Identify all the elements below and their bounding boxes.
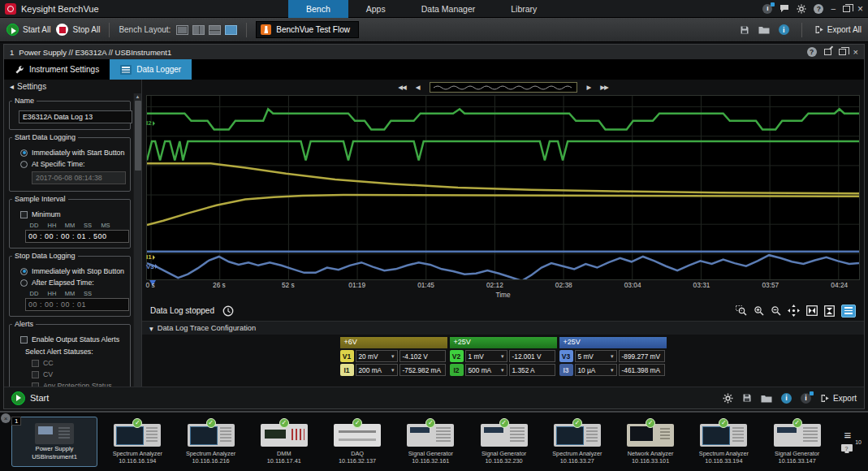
tab-instrument-settings[interactable]: Instrument Settings xyxy=(4,59,110,80)
minimize-icon[interactable]: – xyxy=(831,4,836,13)
save-icon[interactable] xyxy=(740,25,749,35)
tab-data-manager[interactable]: Data Manager xyxy=(404,0,494,18)
elapsed-time-value[interactable]: 00 : 00 : 00 : 01 xyxy=(25,298,129,311)
log-notifications-icon[interactable]: i xyxy=(801,393,811,404)
unit-ms: MS xyxy=(97,222,114,229)
zoom-in-icon[interactable] xyxy=(754,305,764,316)
help-icon[interactable]: ? xyxy=(814,4,823,14)
layout-single-icon[interactable] xyxy=(225,25,237,35)
range-dropdown-i3[interactable]: 10 µA▾ xyxy=(575,364,617,376)
log-info-icon[interactable]: i xyxy=(781,393,792,404)
popout-icon[interactable] xyxy=(824,49,831,55)
tab-library[interactable]: Library xyxy=(493,0,555,18)
minimum-checkbox-option[interactable]: Minimum xyxy=(20,210,126,218)
layout-rows-icon[interactable] xyxy=(209,25,221,35)
dock-menu-icon[interactable]: ≡ xyxy=(844,430,852,440)
cascade-icon[interactable] xyxy=(839,49,846,55)
open-log-folder-icon[interactable] xyxy=(761,394,772,403)
test-flow-button[interactable]: BenchVue Test Flow xyxy=(256,21,359,38)
dock-instrument-3[interactable]: ✓ DMM 10.116.17.41 xyxy=(251,424,317,465)
alert-status-protection-option[interactable]: Any Protection Status xyxy=(32,382,126,387)
trace-chip-v1[interactable]: V1 xyxy=(340,350,354,362)
export-button[interactable]: Export xyxy=(820,394,857,403)
trace-chip-i1[interactable]: I1 xyxy=(340,364,354,376)
trace-marker-v3[interactable]: V3 xyxy=(146,263,160,270)
scrollbar-thumb[interactable] xyxy=(135,101,141,171)
stop-immediately-option[interactable]: Immediately with Stop Button xyxy=(20,267,126,275)
close-icon[interactable]: × xyxy=(857,3,863,15)
save-log-icon[interactable] xyxy=(742,393,752,403)
dock-instrument-9[interactable]: ✓ Spectrum Analyzer 10.116.33.194 xyxy=(690,424,757,465)
range-dropdown-v1[interactable]: 20 mV▾ xyxy=(356,350,398,362)
dock-instrument-6[interactable]: ✓ Signal Generator 10.116.32.230 xyxy=(471,424,538,465)
dock-instrument-selected[interactable]: 1 Power Supply USBInstrument1 xyxy=(11,417,97,467)
fit-vertical-icon[interactable] xyxy=(824,305,835,317)
window-help-icon[interactable]: ? xyxy=(807,47,817,57)
settings-gear-icon[interactable] xyxy=(797,4,806,14)
instrument-address: 10.116.17.41 xyxy=(267,457,301,465)
range-dropdown-v3[interactable]: 5 mV▾ xyxy=(575,350,617,362)
start-logging-button[interactable]: Start xyxy=(11,391,49,405)
tab-bench[interactable]: Bench xyxy=(288,0,348,18)
unassigned-instruments-icon[interactable]: ? 10 xyxy=(840,443,855,454)
enable-alerts-option[interactable]: Enable Output Status Alerts xyxy=(20,335,126,344)
start-at-time-option[interactable]: At Specific Time: xyxy=(20,160,126,168)
tab-apps[interactable]: Apps xyxy=(348,0,404,18)
start-immediately-option[interactable]: Immediately with Start Button xyxy=(20,149,126,157)
trace-chip-i3[interactable]: I3 xyxy=(559,364,573,376)
dock-instrument-1[interactable]: ✓ Spectrum Analyzer 10.116.16.194 xyxy=(104,424,171,465)
fit-horizontal-icon[interactable] xyxy=(806,305,818,316)
checkbox-icon xyxy=(20,336,28,344)
layout-grid-icon[interactable] xyxy=(176,25,188,35)
dock-instrument-4[interactable]: ✓ DAQ 10.116.32.137 xyxy=(324,424,391,465)
settings-collapse-header[interactable]: ◂ Settings xyxy=(4,80,141,93)
trace-marker-i1[interactable]: I1 xyxy=(146,253,158,261)
notifications-icon[interactable]: i xyxy=(762,4,772,14)
start-datetime-input[interactable] xyxy=(32,171,126,184)
start-all-button[interactable]: Start All xyxy=(6,24,50,36)
stop-elapsed-option[interactable]: After Elapsed Time: xyxy=(20,279,126,287)
jump-start-icon[interactable]: ◀◀ xyxy=(398,84,406,91)
zoom-out-icon[interactable] xyxy=(771,305,781,316)
step-forward-icon[interactable]: ▶ xyxy=(587,84,591,91)
dock-instrument-8[interactable]: ✓ Network Analyzer 10.116.33.101 xyxy=(617,424,684,465)
scroll-up-icon[interactable]: ▲ xyxy=(136,93,140,100)
layout-columns-icon[interactable] xyxy=(192,25,205,35)
open-folder-icon[interactable] xyxy=(758,25,770,34)
timeline-preview[interactable] xyxy=(430,82,577,93)
connected-check-icon: ✓ xyxy=(646,418,655,428)
restore-icon[interactable] xyxy=(843,6,850,12)
dock-instrument-7[interactable]: ✓ Spectrum Analyzer 10.116.33.27 xyxy=(544,424,611,465)
window-close-icon[interactable]: × xyxy=(853,47,858,57)
dock-instrument-5[interactable]: ✓ Signal Generator 10.116.32.161 xyxy=(397,424,464,465)
range-dropdown-v2[interactable]: 1 mV▾ xyxy=(465,350,507,362)
trace-config-toggle-icon[interactable] xyxy=(841,305,856,318)
feedback-icon[interactable] xyxy=(779,4,789,13)
step-back-icon[interactable]: ◀ xyxy=(416,84,420,91)
dock-collapse-icon[interactable]: × xyxy=(1,413,11,423)
toolbar-right: i Export All xyxy=(740,23,862,37)
log-settings-gear-icon[interactable] xyxy=(723,393,733,404)
trace-chip-v2[interactable]: V2 xyxy=(450,350,464,362)
export-all-button[interactable]: Export All xyxy=(814,25,862,34)
alert-status-cv-option[interactable]: CV xyxy=(32,370,126,378)
trace-marker-i2[interactable]: I2 xyxy=(146,119,158,127)
settings-scrollbar[interactable]: ▲ xyxy=(133,93,141,387)
pan-icon[interactable] xyxy=(788,305,800,317)
trace-chip-i2[interactable]: I2 xyxy=(450,364,464,376)
data-log-plot[interactable]: I2 I1 V3 xyxy=(146,95,860,280)
tab-data-logger[interactable]: Data Logger xyxy=(110,59,192,80)
stop-all-button[interactable]: Stop All xyxy=(56,24,100,36)
dock-instrument-2[interactable]: ✓ Spectrum Analyzer 10.116.16.216 xyxy=(178,424,244,465)
trace-chip-v3[interactable]: V3 xyxy=(559,350,573,362)
jump-end-icon[interactable]: ▶▶ xyxy=(600,84,608,91)
zoom-region-icon[interactable] xyxy=(736,305,747,316)
log-name-input[interactable] xyxy=(19,110,132,123)
range-dropdown-i2[interactable]: 500 mA▾ xyxy=(465,364,507,376)
dock-instrument-10[interactable]: ✓ Signal Generator 10.116.33.147 xyxy=(764,424,831,465)
range-dropdown-i1[interactable]: 200 mA▾ xyxy=(356,364,398,376)
trace-config-header[interactable]: ▾ Data Log Trace Configuration xyxy=(142,321,864,335)
bench-info-icon[interactable]: i xyxy=(779,24,789,35)
alert-status-cc-option[interactable]: CC xyxy=(32,359,126,367)
sample-interval-value[interactable]: 00 : 00 : 00 : 01 . 500 xyxy=(25,230,129,243)
